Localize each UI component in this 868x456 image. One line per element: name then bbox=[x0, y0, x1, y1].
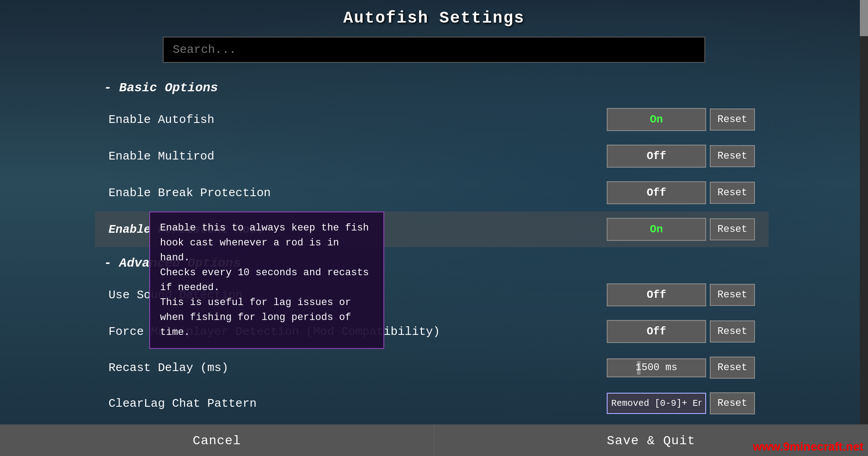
enable-break-protection-label: Enable Break Protection bbox=[108, 186, 607, 200]
clearlag-pattern-label: ClearLag Chat Pattern bbox=[108, 397, 607, 410]
force-multiplayer-controls: Off Reset bbox=[607, 320, 755, 343]
enable-persistent-mode-reset[interactable]: Reset bbox=[710, 218, 755, 240]
recast-delay-row: Recast Delay (ms) 1500 ms Reset bbox=[95, 350, 769, 385]
watermark: www.9minecraft.net bbox=[753, 440, 863, 454]
enable-multirod-controls: Off Reset bbox=[607, 145, 755, 168]
use-sound-detection-controls: Off Reset bbox=[607, 283, 755, 306]
enable-autofish-row: Enable Autofish On Reset bbox=[95, 102, 769, 137]
recast-delay-slider-track[interactable]: 1500 ms bbox=[607, 358, 706, 377]
enable-multirod-row: Enable Multirod Off Reset bbox=[95, 138, 769, 174]
recast-delay-controls: 1500 ms Reset bbox=[607, 357, 755, 379]
enable-autofish-toggle[interactable]: On bbox=[607, 108, 706, 131]
persistent-mode-wrapper: Enable Persistent Mode On Reset Enable t… bbox=[95, 212, 769, 247]
enable-autofish-reset[interactable]: Reset bbox=[710, 108, 755, 131]
enable-multirod-reset[interactable]: Reset bbox=[710, 145, 755, 167]
tooltip-text: Enable this to always keep the fish hook… bbox=[160, 222, 369, 338]
enable-persistent-mode-toggle[interactable]: On bbox=[607, 218, 706, 241]
enable-break-protection-controls: Off Reset bbox=[607, 181, 755, 204]
content-area: - Basic Options Enable Autofish On Reset… bbox=[95, 72, 773, 456]
enable-break-protection-row: Enable Break Protection Off Reset bbox=[95, 175, 769, 211]
basic-options-header: - Basic Options bbox=[95, 76, 769, 99]
bottom-bar: Cancel Save & Quit bbox=[0, 424, 868, 456]
force-multiplayer-reset[interactable]: Reset bbox=[710, 320, 755, 343]
enable-multirod-toggle[interactable]: Off bbox=[607, 145, 706, 168]
enable-break-protection-toggle[interactable]: Off bbox=[607, 181, 706, 204]
scrollbar[interactable] bbox=[860, 0, 868, 456]
persistent-mode-tooltip: Enable this to always keep the fish hook… bbox=[149, 212, 384, 349]
scrollbar-thumb[interactable] bbox=[860, 0, 868, 36]
cancel-button[interactable]: Cancel bbox=[0, 425, 434, 456]
clearlag-pattern-row: ClearLag Chat Pattern Reset bbox=[95, 386, 769, 421]
enable-autofish-label: Enable Autofish bbox=[108, 113, 607, 127]
clearlag-pattern-controls: Reset bbox=[607, 392, 755, 414]
main-container: Autofish Settings - Basic Options Enable… bbox=[0, 0, 868, 456]
use-sound-detection-toggle[interactable]: Off bbox=[607, 283, 706, 306]
force-multiplayer-toggle[interactable]: Off bbox=[607, 320, 706, 343]
recast-delay-label: Recast Delay (ms) bbox=[108, 361, 607, 375]
clearlag-pattern-input[interactable] bbox=[607, 393, 706, 414]
enable-persistent-mode-controls: On Reset bbox=[607, 218, 755, 241]
search-input[interactable] bbox=[163, 37, 705, 63]
recast-delay-reset[interactable]: Reset bbox=[710, 357, 755, 379]
enable-autofish-controls: On Reset bbox=[607, 108, 755, 131]
use-sound-detection-reset[interactable]: Reset bbox=[710, 284, 755, 306]
recast-delay-slider-wrapper: 1500 ms bbox=[607, 358, 706, 377]
enable-break-protection-reset[interactable]: Reset bbox=[710, 182, 755, 204]
enable-multirod-label: Enable Multirod bbox=[108, 150, 607, 163]
recast-delay-value: 1500 ms bbox=[611, 362, 702, 373]
watermark-text: www.9minecraft.net bbox=[753, 440, 863, 453]
page-title: Autofish Settings bbox=[343, 9, 524, 28]
clearlag-pattern-reset[interactable]: Reset bbox=[710, 392, 755, 414]
